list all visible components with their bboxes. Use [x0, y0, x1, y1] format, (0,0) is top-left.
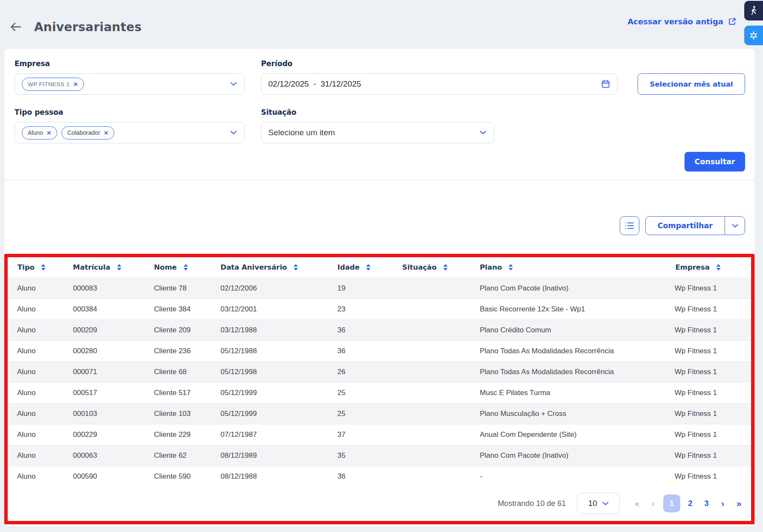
chip-remove-icon[interactable]: × [104, 129, 108, 137]
select-current-month-button[interactable]: Selecionar mês atual [638, 73, 745, 95]
table-cell [402, 382, 479, 403]
table-cell: 36 [337, 466, 402, 487]
column-label: Data Aniversário [220, 263, 287, 271]
list-view-button[interactable] [620, 216, 639, 235]
table-cell: 000229 [73, 424, 154, 445]
pager: «‹123›» [631, 494, 745, 512]
page-size-select[interactable]: 10 [577, 493, 620, 514]
table-cell [402, 445, 479, 466]
chip-remove-icon[interactable]: × [47, 129, 51, 137]
table-row[interactable]: Aluno000590Cliente 59008/12/198836-Wp Fi… [8, 466, 751, 487]
table-row[interactable]: Aluno000517Cliente 51705/12/199925Musc E… [8, 382, 751, 403]
column-header-idade[interactable]: Idade [337, 257, 402, 278]
table-cell: 07/12/1987 [220, 424, 337, 445]
table-cell: Plano Com Pacote (Inativo) [479, 445, 639, 466]
chevron-down-icon [480, 131, 486, 135]
table-row[interactable]: Aluno000384Cliente 38403/12/200123Basic … [8, 299, 751, 320]
table-cell: Wp Fitness 1 [639, 466, 751, 487]
table-cell: Plano Todas As Modalidades Recorrência [479, 361, 639, 382]
empresa-label: Empresa [15, 59, 245, 68]
sort-icon[interactable] [183, 264, 188, 270]
old-version-link-label: Acessar versão antiga [627, 17, 723, 26]
share-split-button: Compartilhar [645, 216, 745, 235]
page-button-1[interactable]: 1 [663, 494, 680, 512]
sort-icon[interactable] [117, 264, 122, 270]
column-label: Situação [402, 263, 437, 271]
table-cell: 25 [337, 403, 402, 424]
sort-icon[interactable] [443, 264, 448, 270]
table-row[interactable]: Aluno000209Cliente 20903/12/198836Plano … [8, 320, 751, 340]
empresa-select[interactable]: WP FITNESS 1× [15, 73, 245, 95]
chip-label: Colaborador [67, 129, 100, 136]
table-cell: 05/12/1999 [220, 382, 337, 403]
table-cell: Cliente 209 [154, 320, 220, 340]
table-cell: 05/12/1998 [220, 361, 337, 382]
table-cell: 000103 [73, 403, 154, 424]
table-row[interactable]: Aluno000083Cliente 7802/12/200619Plano C… [8, 278, 751, 299]
column-label: Idade [337, 263, 360, 271]
table-cell: Anual Com Dependente (Site) [479, 424, 639, 445]
sort-icon[interactable] [716, 264, 721, 270]
table-row[interactable]: Aluno000071Cliente 6805/12/199826Plano T… [8, 361, 751, 382]
consultar-button[interactable]: Consultar [685, 152, 745, 172]
sort-icon[interactable] [508, 264, 513, 270]
tipo-pessoa-select[interactable]: Aluno×Colaborador× [15, 122, 245, 143]
table-cell: 08/12/1989 [220, 445, 337, 466]
column-header-plano[interactable]: Plano [479, 257, 639, 278]
back-button[interactable] [9, 20, 23, 34]
table-cell: Plano Com Pacote (Inativo) [479, 278, 639, 299]
situacao-select[interactable]: Selecione um item [261, 122, 494, 143]
column-header-data-anivers-rio[interactable]: Data Aniversário [220, 257, 337, 278]
table-row[interactable]: Aluno000280Cliente 23605/12/198836Plano … [8, 340, 751, 361]
next-page-button[interactable]: › [717, 494, 729, 512]
gpt-extension-badge[interactable] [744, 26, 763, 45]
table-toolbar: Compartilhar [15, 216, 745, 235]
table-cell: 000280 [73, 340, 154, 361]
table-cell: Aluno [8, 445, 73, 466]
table-header-row: TipoMatrículaNomeData AniversárioIdadeSi… [8, 257, 751, 278]
column-header-matr-cula[interactable]: Matrícula [73, 257, 154, 278]
table-cell [402, 361, 479, 382]
table-cell: 03/12/2001 [220, 299, 337, 320]
table-row[interactable]: Aluno000103Cliente 10305/12/199925Plano … [8, 403, 751, 424]
walker-extension-badge[interactable] [744, 1, 763, 20]
table-cell: Aluno [8, 320, 73, 340]
table-cell: 26 [337, 361, 402, 382]
sort-icon[interactable] [41, 264, 46, 270]
column-label: Nome [154, 263, 177, 271]
sort-icon[interactable] [366, 264, 371, 270]
table-row[interactable]: Aluno000063Cliente 6208/12/198935Plano C… [8, 445, 751, 466]
table-cell: Cliente 517 [154, 382, 220, 403]
page-button-2[interactable]: 2 [684, 494, 696, 512]
page-title: Aniversariantes [34, 20, 142, 34]
page-button-3[interactable]: 3 [700, 494, 713, 512]
table-cell: Basic Recorrente 12x Site - Wp1 [479, 299, 639, 320]
share-button[interactable]: Compartilhar [646, 217, 725, 235]
share-dropdown-button[interactable] [725, 217, 745, 235]
table-cell: 08/12/1988 [220, 466, 337, 487]
chevron-down-icon [230, 82, 237, 86]
situacao-label: Situação [261, 108, 494, 117]
old-version-link[interactable]: Acessar versão antiga [627, 17, 737, 26]
chip-remove-icon[interactable]: × [73, 81, 78, 88]
table-row[interactable]: Aluno000229Cliente 22907/12/198737Anual … [8, 424, 751, 445]
sort-icon[interactable] [293, 264, 298, 270]
column-header-empresa[interactable]: Empresa [639, 257, 751, 278]
last-page-button[interactable]: » [733, 494, 745, 512]
table-cell: Musc E Pilates Turma [479, 382, 639, 403]
table-cell [402, 320, 479, 340]
table-cell: Wp Fitness 1 [639, 278, 751, 299]
divider [4, 180, 754, 180]
periodo-input[interactable]: 02/12/2025 - 31/12/2025 [261, 73, 618, 95]
first-page-button[interactable]: « [631, 494, 643, 512]
column-header-nome[interactable]: Nome [154, 257, 220, 278]
prev-page-button[interactable]: ‹ [647, 494, 659, 512]
pagination-summary: Mostrando 10 de 61 [498, 499, 566, 508]
table-cell: 03/12/1988 [220, 320, 337, 340]
table-cell [402, 424, 479, 445]
table-cell: 000209 [73, 320, 154, 340]
chevron-down-icon [230, 131, 237, 135]
column-header-tipo[interactable]: Tipo [8, 257, 73, 278]
column-header-situa-o[interactable]: Situação [402, 257, 479, 278]
table-cell: Cliente 68 [154, 361, 220, 382]
